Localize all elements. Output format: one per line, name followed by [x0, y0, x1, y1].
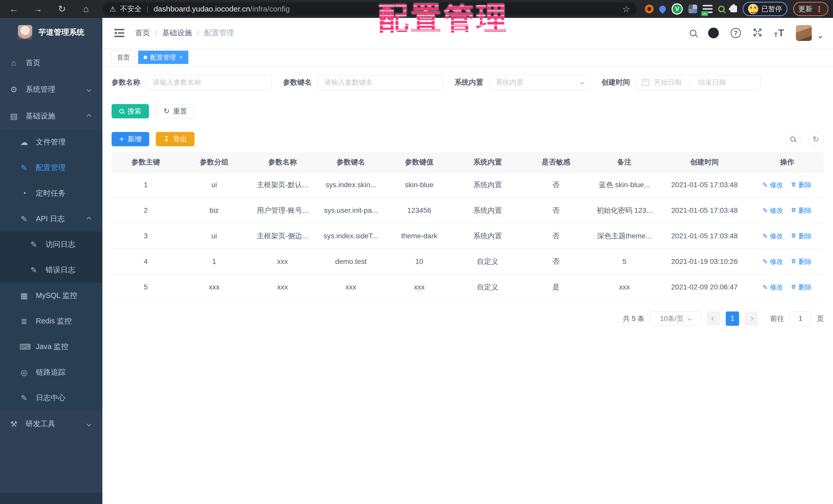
param-key-input[interactable]: [318, 75, 443, 90]
column-header: 参数名称: [248, 152, 316, 172]
table-row: 5xxxxxxxxxxxx自定义是xxx2021-02-09 20:06:47✎…: [112, 274, 824, 300]
edit-link[interactable]: ✎修改: [762, 232, 783, 241]
edit-link[interactable]: ✎修改: [762, 206, 783, 215]
table-search-toggle-button[interactable]: [785, 131, 801, 147]
date-range-picker[interactable]: 开始日期 - 结束日期: [636, 75, 761, 90]
breadcrumb-item[interactable]: 基础设施: [162, 28, 192, 38]
column-header: 参数主键: [112, 152, 180, 172]
sidebar-item-dev-tools[interactable]: ⚒研发工具: [0, 411, 102, 437]
table-cell: 4: [112, 249, 180, 274]
table-cell: 2021-01-19 03:10:26: [659, 249, 750, 274]
param-name-input[interactable]: [146, 75, 272, 90]
table-cell: 1: [112, 172, 180, 198]
help-icon[interactable]: ?: [731, 28, 741, 38]
emoji-avatar-icon: [748, 4, 758, 14]
export-button[interactable]: ↧ 导出: [156, 132, 194, 146]
delete-link[interactable]: 删除: [791, 180, 812, 190]
sidebar-item-config-management[interactable]: ✎配置管理: [0, 155, 102, 180]
extension-pin-icon[interactable]: [658, 4, 667, 14]
sidebar-item-label: 日志中心: [36, 393, 66, 403]
monitor-icon: ▤: [9, 111, 19, 121]
table-cell: theme-dark: [385, 223, 453, 249]
prev-page-button[interactable]: [707, 311, 720, 326]
edit-link[interactable]: ✎修改: [762, 283, 783, 292]
sidebar-item-label: 首页: [26, 58, 41, 68]
extension-sprout-icon[interactable]: [718, 6, 725, 12]
hamburger-fold-icon[interactable]: [114, 28, 125, 37]
user-avatar[interactable]: [796, 25, 812, 41]
sidebar-item-api-log[interactable]: ✎API 日志: [0, 206, 102, 232]
edit-link[interactable]: ✎修改: [762, 180, 783, 190]
built-in-select[interactable]: 系统内置: [489, 75, 590, 90]
table-refresh-button[interactable]: ↻: [808, 131, 824, 147]
sidebar-item-redis-monitor[interactable]: ≣Redis 监控: [0, 308, 102, 334]
edit-pencil-icon: ✎: [762, 283, 768, 291]
sidebar-item-scheduled-jobs[interactable]: ◔定时任务: [0, 180, 102, 206]
extension-vue-icon[interactable]: V: [671, 3, 683, 15]
delete-link[interactable]: 删除: [791, 232, 812, 241]
table-cell: 2021-01-05 17:03:48: [659, 172, 750, 198]
chevron-up-icon: [87, 114, 91, 118]
extensions-puzzle-icon[interactable]: [730, 6, 737, 12]
delete-link[interactable]: 删除: [791, 257, 812, 266]
chevron-down-icon[interactable]: [818, 34, 823, 39]
extension-grid-icon[interactable]: [688, 5, 697, 13]
fullscreen-icon[interactable]: [753, 28, 762, 39]
close-icon[interactable]: ×: [180, 54, 183, 61]
current-page-button[interactable]: 1: [726, 311, 739, 326]
browser-forward-button[interactable]: →: [31, 4, 45, 14]
browser-home-button[interactable]: ⌂: [79, 4, 93, 14]
sidebar-item-access-log[interactable]: ✎访问日志: [0, 232, 102, 257]
next-page-button[interactable]: [745, 311, 758, 326]
page-size-select[interactable]: 10条/页: [650, 311, 701, 326]
breadcrumb-item[interactable]: 首页: [135, 28, 150, 38]
sidebar-item-link-tracing[interactable]: ◎链路追踪: [0, 359, 102, 385]
edit-link[interactable]: ✎修改: [762, 257, 783, 266]
chevron-down-icon: [580, 80, 585, 85]
delete-link[interactable]: 删除: [791, 283, 812, 292]
app-logo-row[interactable]: 芋道管理系统: [0, 18, 102, 43]
table-row: 2biz用户管理-账号...sys.user.init-pa...123456系…: [112, 198, 824, 223]
reset-button[interactable]: ↻ 重置: [156, 104, 195, 118]
table-cell: xxx: [248, 274, 316, 300]
table-cell: 蓝色 skin-blue...: [590, 172, 659, 198]
date-separator: -: [689, 78, 691, 86]
pagination: 共 5 条 10条/页 1 前往 页: [112, 311, 824, 326]
delete-link[interactable]: 删除: [791, 206, 812, 215]
sidebar-item-infrastructure[interactable]: ▤基础设施: [0, 103, 102, 129]
table-cell: 系统内置: [453, 172, 522, 198]
column-header: 参数分组: [180, 152, 248, 172]
log-icon: ✎: [29, 240, 39, 249]
browser-update-menu-button[interactable]: 更新 ⋮: [793, 2, 828, 16]
sidebar-menu: ⌂首页⚙系统管理▤基础设施☁文件管理✎配置管理◔定时任务✎API 日志✎访问日志…: [0, 50, 102, 437]
search-icon[interactable]: [690, 30, 696, 36]
table-cell: 2021-01-05 17:03:48: [659, 223, 750, 249]
table-cell: 1: [180, 249, 248, 274]
sidebar-item-log-center[interactable]: ✎日志中心: [0, 385, 102, 411]
github-icon[interactable]: [708, 28, 719, 39]
sidebar-item-mysql-monitor[interactable]: ▦MySQL 监控: [0, 283, 102, 308]
goto-page-input[interactable]: [790, 311, 811, 326]
add-button[interactable]: + 新增: [112, 132, 149, 146]
sidebar-item-file-management[interactable]: ☁文件管理: [0, 129, 102, 155]
browser-profile-button[interactable]: 已暂停: [743, 2, 787, 16]
edit-pencil-icon: ✎: [762, 181, 768, 189]
cloud-upload-icon: ☁: [20, 137, 29, 147]
sidebar-item-error-log[interactable]: ✎错误日志: [0, 257, 102, 283]
address-bar[interactable]: ⚠ 不安全 | dashboard.yudao.iocoder.cn/infra…: [103, 2, 637, 16]
sidebar-item-java-monitor[interactable]: ⌨Java 监控: [0, 334, 102, 359]
browser-back-button[interactable]: ←: [7, 4, 21, 14]
browser-reload-button[interactable]: ↻: [55, 4, 69, 14]
browser-chrome: ← → ↻ ⌂ ⚠ 不安全 | dashboard.yudao.iocoder.…: [0, 0, 833, 18]
extension-list-icon[interactable]: on: [703, 5, 712, 13]
font-size-icon[interactable]: TT: [774, 28, 784, 39]
tab-home[interactable]: 首页: [112, 51, 135, 64]
sidebar-item-home[interactable]: ⌂首页: [0, 50, 102, 76]
tab-config-management[interactable]: 配置管理×: [138, 51, 188, 64]
sidebar-item-system-management[interactable]: ⚙系统管理: [0, 76, 102, 103]
table-cell: 初始化密码 123...: [590, 198, 659, 223]
breadcrumb-separator: /: [197, 29, 199, 37]
extension-ring-icon[interactable]: [645, 5, 653, 13]
search-button[interactable]: 搜索: [112, 104, 149, 118]
bookmark-star-icon[interactable]: ☆: [622, 4, 630, 14]
